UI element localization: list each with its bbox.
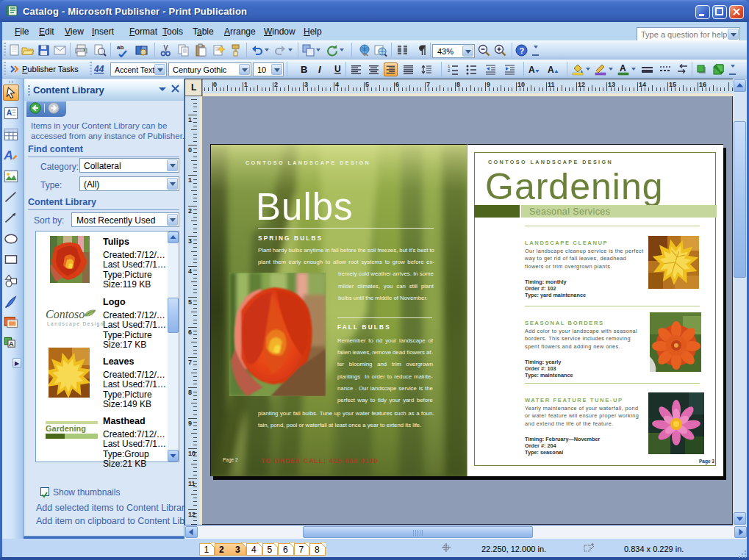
- svg-text:A: A: [9, 340, 14, 348]
- svg-text:U: U: [334, 64, 341, 74]
- svg-text:B: B: [301, 64, 307, 75]
- svg-text:2: 2: [448, 68, 451, 73]
- svg-text:A: A: [528, 65, 535, 75]
- svg-text:I: I: [318, 64, 321, 75]
- svg-text:A: A: [548, 65, 554, 75]
- svg-text:A: A: [620, 63, 626, 73]
- svg-text:?: ?: [520, 46, 525, 55]
- svg-text:A: A: [3, 148, 13, 162]
- svg-text:ab: ab: [117, 44, 123, 51]
- svg-text:A: A: [7, 109, 12, 117]
- svg-text:44: 44: [94, 64, 104, 74]
